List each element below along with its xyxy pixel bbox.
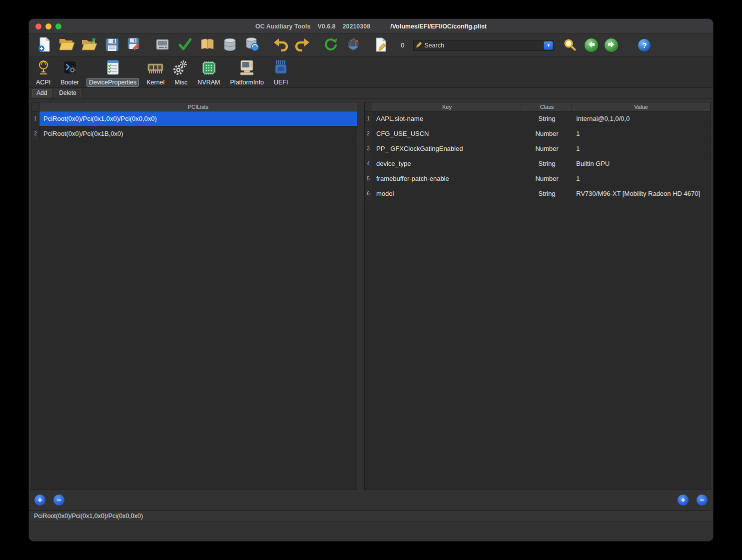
value-column-header[interactable]: Value <box>572 102 710 111</box>
property-row[interactable]: 3 PP_ GFXClockGatingEnabled Number 1 <box>365 141 710 156</box>
properties-remove-row-button[interactable]: − <box>697 495 708 506</box>
arrow-right-icon <box>608 41 615 49</box>
edit-config-button[interactable] <box>373 37 390 54</box>
tab-booter[interactable]: Booter <box>56 58 83 87</box>
property-row[interactable]: 2 CFG_USE_USCN Number 1 <box>365 126 710 141</box>
search-combobox[interactable]: ▾ <box>413 40 554 51</box>
pci-list-row[interactable]: 2 PciRoot(0x0)/Pci(0x1B,0x0) <box>32 126 357 141</box>
key-column-header[interactable]: Key <box>372 102 522 111</box>
validate-button[interactable] <box>176 37 193 54</box>
new-file-icon <box>37 37 51 53</box>
value-cell[interactable]: 1 <box>572 141 710 156</box>
search-dropdown-button[interactable]: ▾ <box>544 41 553 50</box>
go-forward-button[interactable] <box>605 38 618 52</box>
go-back-button[interactable] <box>585 38 598 52</box>
pcilists-remove-row-button[interactable]: − <box>53 495 64 506</box>
properties-add-row-button[interactable]: + <box>678 495 689 506</box>
search-result-count: 0 <box>401 41 404 49</box>
search-input[interactable] <box>422 42 544 49</box>
pcilists-add-row-button[interactable]: + <box>34 495 45 506</box>
minimize-button[interactable] <box>45 23 51 29</box>
property-row[interactable]: 5 framebuffer-patch-enable Number 1 <box>365 171 710 186</box>
class-cell[interactable]: String <box>522 156 572 171</box>
class-cell[interactable]: String <box>522 186 572 201</box>
tab-acpi[interactable]: ACPI <box>32 58 54 87</box>
close-button[interactable] <box>35 23 41 29</box>
value-cell[interactable]: Internal@0,1,0/0,0 <box>572 111 710 126</box>
value-cell[interactable]: Builtin GPU <box>572 156 710 171</box>
database-button[interactable] <box>221 37 238 54</box>
bottom-filler <box>29 522 713 541</box>
panel-splitter[interactable] <box>357 102 364 490</box>
new-file-button[interactable] <box>36 37 53 54</box>
class-column-header[interactable]: Class <box>522 102 572 111</box>
app-version: V0.6.8 <box>317 23 335 30</box>
pcilists-panel: PCILists 1 PciRoot(0x0)/Pci(0x1,0x0)/Pci… <box>31 102 357 490</box>
database-sync-button[interactable] <box>244 37 261 54</box>
row-number-gutter <box>32 102 39 111</box>
key-cell[interactable]: PP_ GFXClockGatingEnabled <box>372 141 522 156</box>
pcilists-column-header[interactable]: PCILists <box>39 102 357 111</box>
key-cell[interactable]: CFG_USE_USCN <box>372 126 522 141</box>
open-log-button[interactable] <box>199 37 216 54</box>
tab-label: Kernel <box>144 78 166 86</box>
tab-label: DeviceProperties <box>87 78 138 86</box>
key-cell[interactable]: device_type <box>372 156 522 171</box>
status-text: PciRoot(0x0)/Pci(0x1,0x0)/Pci(0x0,0x0) <box>34 513 143 520</box>
table-buttons-row: + − + − <box>31 490 711 510</box>
row-number: 6 <box>365 186 372 201</box>
update-globe-icon <box>347 38 360 53</box>
delete-button[interactable]: Delete <box>54 89 81 97</box>
undo-button[interactable] <box>272 37 289 54</box>
import-file-button[interactable] <box>81 37 98 54</box>
pci-path-cell[interactable]: PciRoot(0x0)/Pci(0x1B,0x0) <box>39 126 357 141</box>
tab-deviceproperties[interactable]: DeviceProperties <box>85 58 140 87</box>
property-row[interactable]: 1 AAPL,slot-name String Internal@0,1,0/0… <box>365 111 710 126</box>
value-cell[interactable]: RV730/M96-XT [Mobility Radeon HD 4670] <box>572 186 710 201</box>
class-cell[interactable]: Number <box>522 141 572 156</box>
refresh-button[interactable] <box>322 37 339 54</box>
property-row[interactable]: 4 device_type String Builtin GPU <box>365 156 710 171</box>
find-button[interactable] <box>561 37 578 54</box>
minus-icon: − <box>56 496 61 504</box>
update-check-button[interactable] <box>345 37 362 54</box>
misc-gears-icon <box>172 59 189 78</box>
tab-uefi[interactable]: UEFI <box>270 58 292 87</box>
pci-path-cell[interactable]: PciRoot(0x0)/Pci(0x1,0x0)/Pci(0x0,0x0) <box>39 111 357 126</box>
tab-label: Booter <box>58 78 81 86</box>
pci-list-row[interactable]: 1 PciRoot(0x0)/Pci(0x1,0x0)/Pci(0x0,0x0) <box>32 111 357 126</box>
class-cell[interactable]: String <box>522 111 572 126</box>
build-date: 20210308 <box>343 23 371 30</box>
key-cell[interactable]: AAPL,slot-name <box>372 111 522 126</box>
save-as-button[interactable] <box>126 37 143 54</box>
key-cell[interactable]: model <box>372 186 522 201</box>
mount-esp-button[interactable] <box>154 37 171 54</box>
add-button[interactable]: Add <box>32 89 51 97</box>
property-row[interactable]: 6 model String RV730/M96-XT [Mobility Ra… <box>365 186 710 201</box>
tab-misc[interactable]: Misc <box>170 58 191 87</box>
value-cell[interactable]: 1 <box>572 126 710 141</box>
question-mark-icon: ? <box>642 41 647 49</box>
tab-label: NVRAM <box>195 78 222 86</box>
plus-icon: + <box>681 496 685 504</box>
properties-body: 1 AAPL,slot-name String Internal@0,1,0/0… <box>365 111 710 490</box>
zoom-button[interactable] <box>55 23 61 29</box>
class-cell[interactable]: Number <box>522 171 572 186</box>
tab-platforminfo[interactable]: PlatformInfo <box>226 58 268 87</box>
key-cell[interactable]: framebuffer-patch-enable <box>372 171 522 186</box>
device-properties-icon <box>105 59 121 78</box>
mount-drive-icon <box>155 38 169 52</box>
open-file-button[interactable] <box>58 37 75 54</box>
save-button[interactable] <box>103 37 120 54</box>
arrow-left-icon <box>588 41 595 49</box>
help-button[interactable]: ? <box>638 39 651 51</box>
class-cell[interactable]: Number <box>522 126 572 141</box>
booter-icon <box>62 59 78 78</box>
tab-kernel[interactable]: Kernel <box>142 58 168 87</box>
refresh-icon <box>324 37 338 53</box>
value-cell[interactable]: 1 <box>572 171 710 186</box>
redo-button[interactable] <box>294 37 311 54</box>
row-number: 2 <box>32 126 39 141</box>
table-actionbar: Add Delete <box>29 88 713 99</box>
tab-nvram[interactable]: NVRAM <box>193 58 224 87</box>
